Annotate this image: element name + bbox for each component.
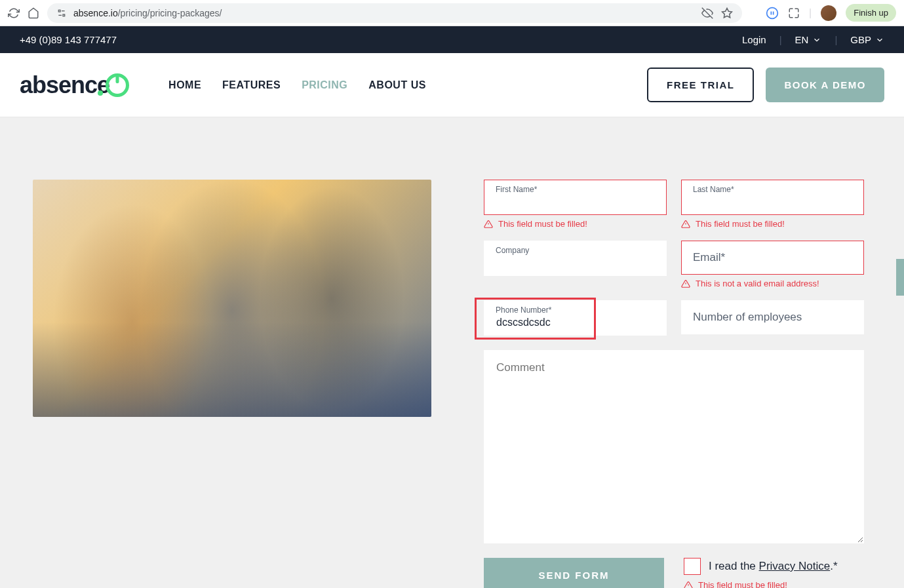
extensions-icon[interactable] [788, 7, 800, 19]
phone-field[interactable] [484, 300, 667, 336]
email-field[interactable] [681, 241, 864, 275]
header-nav: absence HOME FEATURES PRICING ABOUT US F… [0, 53, 904, 117]
top-bar: +49 (0)89 143 777477 Login | EN | GBP [0, 26, 904, 53]
email-error: This is not a valid email address! [681, 279, 864, 288]
warning-icon [484, 220, 493, 229]
employees-field[interactable] [681, 300, 864, 334]
svg-point-6 [767, 7, 778, 18]
browser-chrome: absence.io/pricing/pricing-packages/ | F… [0, 0, 904, 26]
eye-off-icon[interactable] [701, 7, 713, 19]
svg-rect-0 [58, 10, 60, 12]
currency-selector[interactable]: GBP [850, 34, 884, 45]
warning-icon [681, 279, 690, 288]
book-demo-button[interactable]: BOOK A DEMO [766, 68, 884, 102]
home-icon[interactable] [28, 7, 39, 19]
star-icon[interactable] [721, 7, 733, 19]
pause-circle-icon[interactable] [766, 7, 779, 20]
login-link[interactable]: Login [742, 34, 766, 45]
svg-marker-5 [722, 8, 732, 17]
first-name-error: This field must be filled! [484, 219, 667, 229]
privacy-label: I read the Privacy Notice.* [709, 560, 838, 573]
privacy-link[interactable]: Privacy Notice [759, 560, 831, 572]
nav-features[interactable]: FEATURES [222, 79, 281, 91]
nav-pricing[interactable]: PRICING [302, 79, 347, 91]
avatar[interactable] [821, 5, 836, 21]
nav-about[interactable]: ABOUT US [368, 79, 426, 91]
warning-icon [684, 581, 693, 589]
language-selector[interactable]: EN [795, 34, 822, 45]
free-trial-button[interactable]: FREE TRIAL [647, 68, 754, 102]
url-text: absence.io/pricing/pricing-packages/ [73, 8, 222, 18]
warning-icon [681, 220, 690, 229]
url-bar[interactable]: absence.io/pricing/pricing-packages/ [47, 3, 742, 23]
finish-button[interactable]: Finish up [846, 4, 896, 22]
nav-home[interactable]: HOME [168, 79, 201, 91]
privacy-error: This field must be filled! [684, 580, 864, 588]
side-tab[interactable] [896, 259, 904, 296]
send-form-button[interactable]: SEND FORM [484, 558, 664, 588]
privacy-checkbox[interactable] [684, 558, 701, 575]
chevron-down-icon [875, 35, 884, 45]
svg-rect-1 [63, 14, 65, 16]
phone-number[interactable]: +49 (0)89 143 777477 [20, 34, 117, 45]
last-name-field[interactable] [681, 180, 864, 215]
last-name-error: This field must be filled! [681, 219, 864, 229]
hero-image [33, 180, 431, 417]
comment-field[interactable] [484, 350, 864, 543]
contact-form: First Name* This field must be filled! L… [484, 180, 864, 588]
first-name-field[interactable] [484, 180, 667, 215]
site-settings-icon[interactable] [56, 8, 67, 18]
page-content: First Name* This field must be filled! L… [0, 117, 904, 588]
company-field[interactable] [484, 241, 667, 276]
reload-icon[interactable] [8, 7, 20, 19]
chevron-down-icon [812, 35, 821, 45]
logo[interactable]: absence [20, 71, 129, 99]
